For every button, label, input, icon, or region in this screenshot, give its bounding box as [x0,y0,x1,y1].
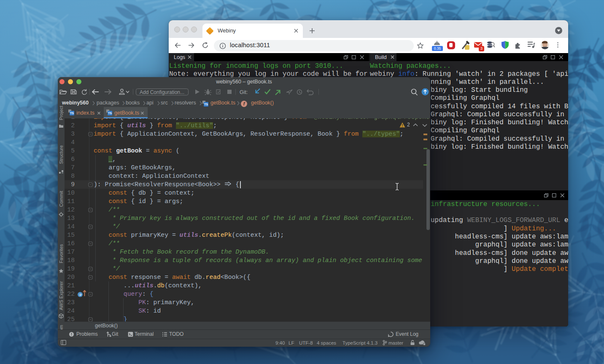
svg-text:Add Configuration...: Add Configuration... [140,89,184,95]
svg-text:Git:: Git: [240,89,248,95]
